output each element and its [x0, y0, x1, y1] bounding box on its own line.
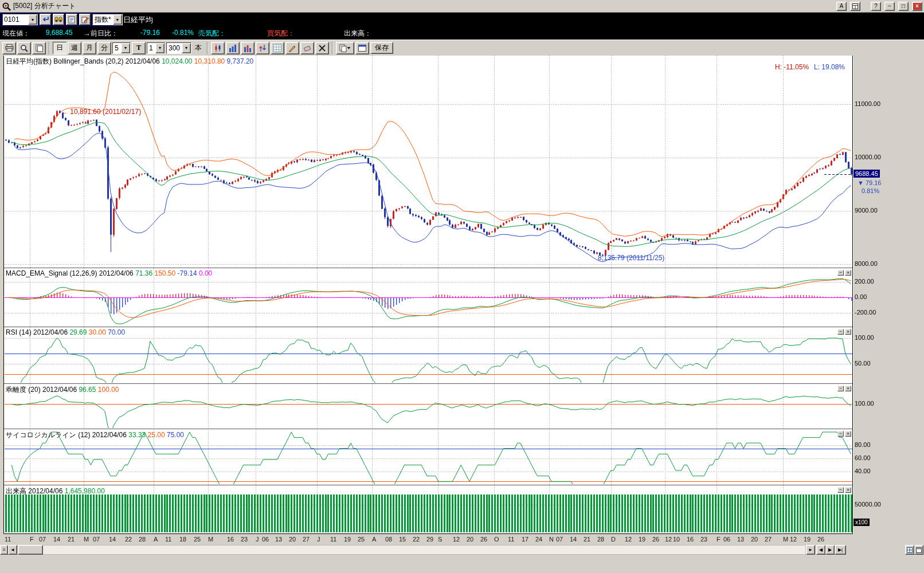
code-combo: ▼: [2, 14, 38, 25]
index-type-dropdown-button[interactable]: ▼: [113, 14, 122, 25]
help-button[interactable]: ?: [871, 2, 881, 11]
panel-grid-button[interactable]: [905, 545, 914, 555]
zoom-button[interactable]: [17, 42, 31, 54]
panel-minimize-button[interactable]: −: [837, 386, 844, 391]
panel-close-button[interactable]: ×: [845, 487, 851, 493]
tick-button[interactable]: T: [132, 42, 146, 54]
binoculars-button[interactable]: [53, 14, 64, 25]
quote-status-bar: 現在値： 9,688.45 →前日比： -79.16 -0.81% 売気配： 買…: [0, 27, 924, 40]
histogram-style-button[interactable]: [241, 42, 255, 54]
toolbar-separator: [207, 42, 208, 54]
panel-minimize-button[interactable]: −: [837, 270, 844, 276]
bars-dropdown-button[interactable]: ▼: [182, 43, 191, 53]
bid-label: 買気配：: [267, 29, 295, 38]
save-button[interactable]: 保存: [370, 42, 393, 54]
layout-button[interactable]: [850, 2, 860, 11]
ask-label: 売気配：: [198, 29, 226, 38]
grid-toggle-button[interactable]: [271, 42, 284, 54]
bars-value[interactable]: 300: [167, 44, 182, 52]
toolbar-separator: [49, 42, 50, 54]
app-logo-icon: [2, 2, 11, 11]
print-button[interactable]: [2, 42, 16, 54]
change-label: →前日比：: [84, 29, 118, 38]
grip-icon[interactable]: ≡: [0, 545, 8, 555]
period-month-button[interactable]: 月: [83, 42, 96, 54]
code-field[interactable]: [3, 15, 28, 24]
code-dropdown-button[interactable]: ▼: [28, 14, 37, 25]
chart-canvas[interactable]: [0, 0, 924, 573]
analysis-chart-window: { "window": { "title": "[5002] 分析チャート", …: [0, 0, 924, 573]
bars-combo: 300 ▼: [166, 42, 191, 54]
enter-button[interactable]: [40, 14, 51, 25]
font-size-button[interactable]: A: [836, 2, 847, 11]
scrollbar-thumb[interactable]: [18, 545, 43, 555]
current-price-value: 9,688.45: [46, 29, 73, 37]
draw-line-button[interactable]: [285, 42, 299, 54]
minute-value[interactable]: 5: [113, 44, 121, 52]
volume-label: 出来高：: [344, 29, 371, 38]
panel-close-button[interactable]: ×: [845, 386, 851, 391]
copy-image-button[interactable]: [336, 42, 354, 54]
eraser-button[interactable]: [300, 42, 314, 54]
minute-combo: 5 ▼: [112, 42, 131, 54]
symbol-toolbar: ▼ 指数* ▼ 日経平均: [0, 13, 924, 27]
nav-end-button[interactable]: ▶|: [835, 545, 846, 555]
period-day-button[interactable]: 日: [53, 42, 66, 54]
symbol-band: [118, 13, 924, 27]
scroll-right-button[interactable]: ►: [806, 545, 815, 555]
nav-next-button[interactable]: ▶: [825, 545, 835, 555]
count-value[interactable]: 1: [147, 44, 155, 52]
count-dropdown-button[interactable]: ▼: [155, 43, 165, 53]
maximize-button[interactable]: □: [898, 2, 909, 11]
panel-minimize-button[interactable]: −: [837, 329, 844, 335]
compare-arrows-button[interactable]: [256, 42, 269, 54]
copy-chart-button[interactable]: [32, 42, 46, 54]
new-window-button[interactable]: [355, 42, 369, 54]
current-price-label: 現在値：: [2, 29, 30, 38]
candlestick-style-button[interactable]: [211, 42, 225, 54]
period-week-button[interactable]: 週: [68, 42, 81, 54]
period-minute-button[interactable]: 分: [97, 42, 111, 54]
memo-button[interactable]: [66, 14, 77, 25]
panel-close-button[interactable]: ×: [845, 270, 851, 276]
scroll-left-button[interactable]: ◄: [8, 545, 17, 555]
minimize-button[interactable]: −: [884, 2, 895, 11]
toolbar-separator: [332, 42, 333, 54]
restore-layout-button[interactable]: [914, 545, 923, 555]
symbol-name: 日経平均: [123, 15, 153, 25]
bars-unit-label: 本: [195, 43, 202, 53]
chart-toolbar: 日 週 月 分 5 ▼ T 1 ▼ 300 ▼ 本: [0, 40, 924, 56]
count-combo: 1 ▼: [147, 42, 165, 54]
edit-button[interactable]: [79, 14, 91, 25]
panel-close-button[interactable]: ×: [845, 329, 851, 335]
panel-minimize-button[interactable]: −: [837, 431, 844, 437]
nav-prev-button[interactable]: ◀: [816, 545, 825, 555]
change-value: -79.16: [140, 29, 160, 37]
window-title: [5002] 分析チャート: [13, 1, 76, 11]
title-bar: [5002] 分析チャート A ? − □ ×: [0, 0, 924, 13]
index-type-value[interactable]: 指数*: [93, 15, 113, 25]
minute-dropdown-button[interactable]: ▼: [121, 43, 130, 53]
delete-drawing-button[interactable]: [315, 42, 329, 54]
panel-minimize-button[interactable]: −: [837, 487, 844, 493]
scrollbar-track[interactable]: [17, 545, 806, 555]
change-percent: -0.81%: [172, 29, 194, 37]
bar-chart-style-button[interactable]: [226, 42, 240, 54]
index-type-combo: 指数* ▼: [92, 14, 123, 25]
horizontal-scrollbar: ≡ ◄ ► ◀ ▶ ▶|: [0, 545, 924, 555]
close-button[interactable]: ×: [912, 2, 922, 11]
panel-close-button[interactable]: ×: [845, 431, 851, 437]
